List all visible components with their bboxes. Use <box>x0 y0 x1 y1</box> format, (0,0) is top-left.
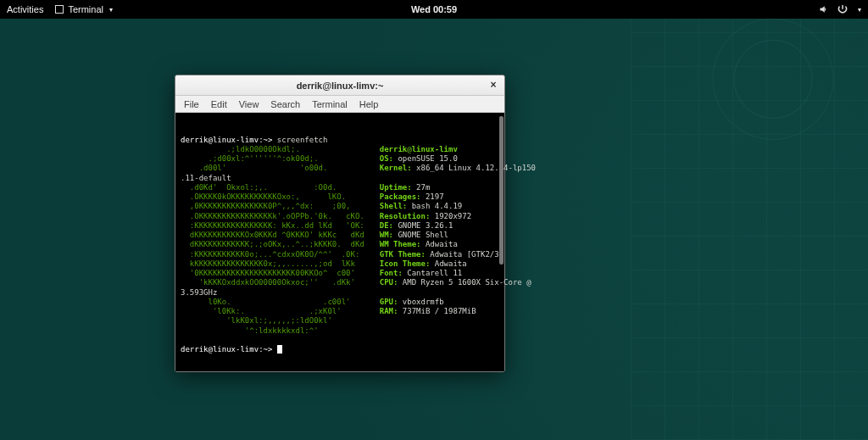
power-icon <box>837 4 848 14</box>
menu-edit[interactable]: Edit <box>206 97 232 111</box>
window-titlebar[interactable]: derrik@linux-limv:~ × <box>175 75 504 96</box>
menu-view[interactable]: View <box>234 97 264 111</box>
gnome-topbar: Activities Terminal ▾ Wed 00:59 ▾ <box>0 0 868 19</box>
terminal-icon <box>55 5 64 14</box>
window-title: derrik@linux-limv:~ <box>297 81 384 91</box>
menubar: File Edit View Search Terminal Help <box>175 96 504 113</box>
menu-file[interactable]: File <box>179 97 204 111</box>
prompt-user: derrik@linux-limv <box>181 136 259 144</box>
activities-button[interactable]: Activities <box>7 4 43 14</box>
menu-terminal[interactable]: Terminal <box>307 97 353 111</box>
ascii-logo: .;ldkO0000Okdl;. .;d00xl:^''''''^:ok00d;… <box>181 145 364 336</box>
window-close-button[interactable]: × <box>487 79 499 91</box>
volume-icon <box>819 4 829 14</box>
sysinfo: derrik@linux-limv OS: openSUSE 15.0 Kern… <box>380 145 536 336</box>
clock[interactable]: Wed 00:59 <box>411 4 457 14</box>
scrollbar[interactable] <box>499 116 504 265</box>
chevron-down-icon: ▾ <box>109 6 113 14</box>
menu-search[interactable]: Search <box>265 97 305 111</box>
terminal-viewport[interactable]: derrik@linux-limv:~> screenfetch .;ldkO0… <box>175 113 504 371</box>
entered-command: screenfetch <box>277 136 328 144</box>
menu-help[interactable]: Help <box>354 97 384 111</box>
wallpaper-blueprint <box>631 0 868 440</box>
app-menu-label: Terminal <box>68 4 103 14</box>
cursor <box>277 345 282 354</box>
app-menu-terminal[interactable]: Terminal ▾ <box>55 4 113 14</box>
system-status-area[interactable]: ▾ <box>819 4 861 14</box>
chevron-down-icon: ▾ <box>858 6 861 14</box>
terminal-window: derrik@linux-limv:~ × File Edit View Sea… <box>175 75 505 372</box>
